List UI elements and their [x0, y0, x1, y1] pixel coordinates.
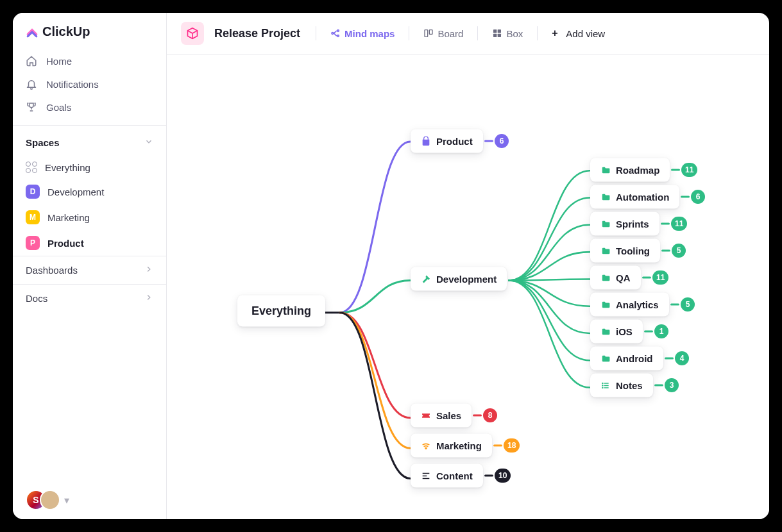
count-badge: 11 [652, 270, 668, 285]
mindmap-node-everything[interactable]: Everything [237, 295, 325, 327]
folder-icon [600, 165, 611, 175]
sidebar-docs[interactable]: Docs [13, 284, 166, 312]
folder-icon [600, 353, 611, 363]
count-badge: 5 [681, 297, 695, 312]
mindmap-node-automation[interactable]: Automation [590, 185, 679, 209]
svg-rect-4 [430, 30, 433, 35]
sidebar-space-development[interactable]: D Development [13, 179, 166, 204]
caret-down-icon[interactable]: ▾ [64, 494, 69, 506]
node-label: Product [436, 136, 473, 147]
svg-point-12 [602, 387, 603, 388]
node-label: Marketing [436, 440, 482, 451]
space-badge-icon: D [26, 185, 40, 199]
svg-rect-5 [493, 29, 497, 33]
node-label: Analytics [616, 299, 659, 310]
folder-icon [600, 326, 611, 337]
space-badge-icon: P [26, 236, 40, 250]
node-label: Automation [616, 192, 669, 203]
home-icon [26, 55, 37, 67]
mindmap-node-notes[interactable]: Notes [590, 374, 653, 397]
sidebar-space-product[interactable]: P Product [13, 230, 166, 256]
board-icon [423, 28, 434, 38]
folder-icon [600, 299, 611, 310]
folder-icon [600, 272, 611, 283]
mindmap-node-analytics[interactable]: Analytics [590, 293, 669, 317]
nav-home[interactable]: Home [18, 49, 161, 72]
mindmap-canvas[interactable]: EverythingProductDevelopmentSalesMarketi… [167, 54, 769, 519]
mindmap-node-marketing[interactable]: Marketing [411, 434, 492, 458]
view-tab-box[interactable]: Box [487, 24, 528, 43]
chevron-right-icon [144, 265, 153, 276]
project-title: Release Project [214, 27, 300, 40]
hammer-icon [421, 274, 431, 284]
mindmap-node-development[interactable]: Development [411, 267, 507, 291]
node-label: Notes [616, 380, 643, 391]
main: Release Project Mind maps Board Box + Ad… [167, 13, 769, 519]
plus-icon: + [552, 28, 562, 38]
node-label: iOS [616, 326, 633, 337]
mindmap-node-qa[interactable]: QA [590, 266, 641, 290]
list-icon [600, 380, 611, 390]
view-tab-board[interactable]: Board [418, 24, 468, 43]
count-badge: 1 [654, 324, 668, 338]
wifi-icon [421, 440, 431, 451]
mindmap-node-tooling[interactable]: Tooling [590, 239, 660, 263]
folder-icon [600, 219, 611, 229]
mindmap-node-sales[interactable]: Sales [411, 404, 472, 428]
count-badge: 10 [495, 469, 511, 483]
node-label: Sprints [616, 219, 649, 229]
everything-icon [26, 162, 37, 173]
mindmap-node-product[interactable]: Product [411, 129, 483, 153]
sidebar-dashboards[interactable]: Dashboards [13, 256, 166, 284]
count-badge: 8 [483, 408, 497, 422]
svg-rect-6 [498, 29, 501, 33]
svg-rect-8 [498, 34, 501, 37]
avatar[interactable] [40, 490, 60, 510]
count-badge: 18 [504, 438, 520, 453]
mindmap-node-sprints[interactable]: Sprints [590, 212, 659, 236]
node-label: Sales [436, 410, 461, 421]
count-badge: 3 [665, 378, 679, 392]
text-icon [421, 470, 431, 481]
view-tab-mindmaps[interactable]: Mind maps [325, 24, 400, 43]
mindmap-icon [330, 28, 341, 38]
nav-goals[interactable]: Goals [18, 96, 161, 119]
sidebar-space-marketing[interactable]: M Marketing [13, 204, 166, 230]
node-label: Roadmap [616, 165, 659, 176]
node-label: QA [616, 272, 631, 283]
mindmap-node-android[interactable]: Android [590, 347, 663, 370]
clickup-logo-icon [26, 26, 38, 38]
app-name: ClickUp [42, 24, 90, 39]
nav-notifications[interactable]: Notifications [18, 72, 161, 96]
chevron-down-icon [144, 137, 153, 148]
ticket-icon [421, 410, 431, 420]
sidebar-everything[interactable]: Everything [13, 156, 166, 179]
bag-icon [421, 136, 431, 146]
count-badge: 4 [675, 351, 689, 365]
box-icon [492, 28, 502, 38]
mindmap-node-content[interactable]: Content [411, 464, 483, 488]
nav-primary: Home Notifications Goals [13, 47, 166, 121]
svg-rect-7 [493, 34, 497, 37]
trophy-icon [26, 101, 37, 113]
app-logo[interactable]: ClickUp [13, 13, 166, 47]
project-icon[interactable] [181, 22, 204, 45]
svg-point-0 [332, 33, 334, 35]
svg-point-1 [337, 30, 339, 32]
sidebar-footer: S ▾ [13, 481, 166, 519]
folder-icon [600, 192, 611, 202]
svg-rect-3 [425, 30, 428, 37]
count-badge: 5 [672, 244, 686, 258]
space-label: Development [47, 187, 104, 197]
add-view-button[interactable]: + Add view [547, 24, 610, 43]
mindmap-node-ios[interactable]: iOS [590, 320, 643, 344]
spaces-header[interactable]: Spaces [13, 129, 166, 156]
mindmap-node-roadmap[interactable]: Roadmap [590, 158, 670, 182]
node-label: Everything [251, 304, 311, 318]
sidebar: ClickUp Home Notifications Goals Spaces [13, 13, 167, 519]
count-badge: 6 [495, 134, 509, 148]
app-window: ClickUp Home Notifications Goals Spaces [13, 13, 769, 519]
node-label: Android [616, 353, 653, 364]
node-label: Development [436, 274, 497, 285]
spaces-list: D Development M Marketing P Product [13, 179, 166, 256]
